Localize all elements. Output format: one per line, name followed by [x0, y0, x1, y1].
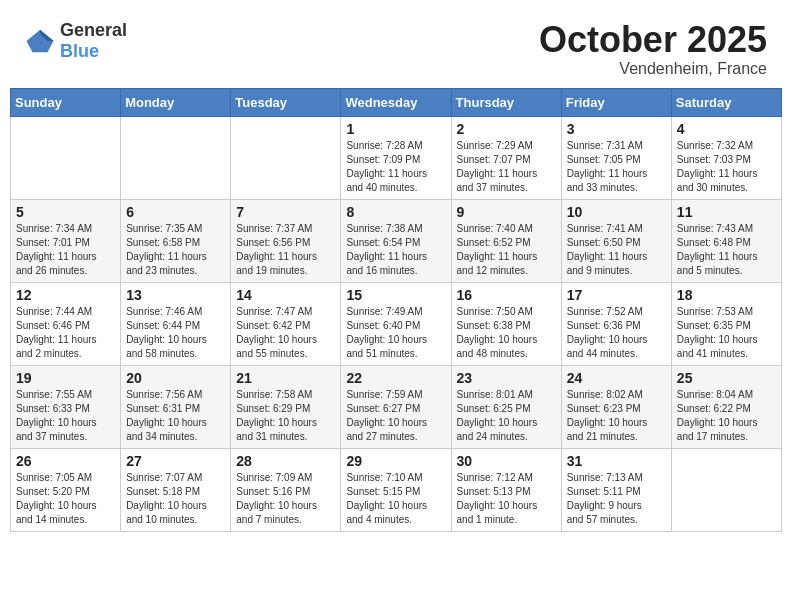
logo-blue: Blue — [60, 41, 99, 61]
calendar-week-row: 26Sunrise: 7:05 AM Sunset: 5:20 PM Dayli… — [11, 448, 782, 531]
calendar-cell: 4Sunrise: 7:32 AM Sunset: 7:03 PM Daylig… — [671, 116, 781, 199]
calendar-cell: 27Sunrise: 7:07 AM Sunset: 5:18 PM Dayli… — [121, 448, 231, 531]
logo-icon — [25, 26, 55, 56]
calendar-week-row: 12Sunrise: 7:44 AM Sunset: 6:46 PM Dayli… — [11, 282, 782, 365]
calendar-cell: 31Sunrise: 7:13 AM Sunset: 5:11 PM Dayli… — [561, 448, 671, 531]
calendar-cell: 30Sunrise: 7:12 AM Sunset: 5:13 PM Dayli… — [451, 448, 561, 531]
day-info: Sunrise: 7:41 AM Sunset: 6:50 PM Dayligh… — [567, 222, 666, 278]
calendar-week-row: 5Sunrise: 7:34 AM Sunset: 7:01 PM Daylig… — [11, 199, 782, 282]
day-number: 15 — [346, 287, 445, 303]
calendar-cell: 8Sunrise: 7:38 AM Sunset: 6:54 PM Daylig… — [341, 199, 451, 282]
calendar-cell: 12Sunrise: 7:44 AM Sunset: 6:46 PM Dayli… — [11, 282, 121, 365]
day-info: Sunrise: 7:52 AM Sunset: 6:36 PM Dayligh… — [567, 305, 666, 361]
calendar-week-row: 19Sunrise: 7:55 AM Sunset: 6:33 PM Dayli… — [11, 365, 782, 448]
calendar-cell: 21Sunrise: 7:58 AM Sunset: 6:29 PM Dayli… — [231, 365, 341, 448]
page-header: General Blue October 2025 Vendenheim, Fr… — [10, 10, 782, 83]
day-info: Sunrise: 8:01 AM Sunset: 6:25 PM Dayligh… — [457, 388, 556, 444]
day-number: 5 — [16, 204, 115, 220]
day-info: Sunrise: 7:29 AM Sunset: 7:07 PM Dayligh… — [457, 139, 556, 195]
weekday-header: Sunday — [11, 88, 121, 116]
day-info: Sunrise: 8:02 AM Sunset: 6:23 PM Dayligh… — [567, 388, 666, 444]
day-info: Sunrise: 7:34 AM Sunset: 7:01 PM Dayligh… — [16, 222, 115, 278]
day-info: Sunrise: 7:13 AM Sunset: 5:11 PM Dayligh… — [567, 471, 666, 527]
day-number: 6 — [126, 204, 225, 220]
day-info: Sunrise: 7:10 AM Sunset: 5:15 PM Dayligh… — [346, 471, 445, 527]
calendar-cell: 14Sunrise: 7:47 AM Sunset: 6:42 PM Dayli… — [231, 282, 341, 365]
day-info: Sunrise: 7:07 AM Sunset: 5:18 PM Dayligh… — [126, 471, 225, 527]
calendar-cell — [11, 116, 121, 199]
day-info: Sunrise: 7:05 AM Sunset: 5:20 PM Dayligh… — [16, 471, 115, 527]
day-number: 2 — [457, 121, 556, 137]
day-number: 14 — [236, 287, 335, 303]
day-number: 13 — [126, 287, 225, 303]
day-number: 20 — [126, 370, 225, 386]
calendar-cell — [231, 116, 341, 199]
calendar-cell: 9Sunrise: 7:40 AM Sunset: 6:52 PM Daylig… — [451, 199, 561, 282]
weekday-header: Saturday — [671, 88, 781, 116]
calendar-cell: 16Sunrise: 7:50 AM Sunset: 6:38 PM Dayli… — [451, 282, 561, 365]
day-number: 23 — [457, 370, 556, 386]
day-number: 7 — [236, 204, 335, 220]
weekday-header: Friday — [561, 88, 671, 116]
calendar-cell: 20Sunrise: 7:56 AM Sunset: 6:31 PM Dayli… — [121, 365, 231, 448]
day-number: 24 — [567, 370, 666, 386]
weekday-header: Thursday — [451, 88, 561, 116]
day-info: Sunrise: 7:28 AM Sunset: 7:09 PM Dayligh… — [346, 139, 445, 195]
day-info: Sunrise: 7:38 AM Sunset: 6:54 PM Dayligh… — [346, 222, 445, 278]
calendar-cell: 15Sunrise: 7:49 AM Sunset: 6:40 PM Dayli… — [341, 282, 451, 365]
day-number: 12 — [16, 287, 115, 303]
day-info: Sunrise: 7:40 AM Sunset: 6:52 PM Dayligh… — [457, 222, 556, 278]
calendar-cell: 26Sunrise: 7:05 AM Sunset: 5:20 PM Dayli… — [11, 448, 121, 531]
calendar-cell: 29Sunrise: 7:10 AM Sunset: 5:15 PM Dayli… — [341, 448, 451, 531]
day-info: Sunrise: 7:49 AM Sunset: 6:40 PM Dayligh… — [346, 305, 445, 361]
calendar-cell: 11Sunrise: 7:43 AM Sunset: 6:48 PM Dayli… — [671, 199, 781, 282]
day-number: 18 — [677, 287, 776, 303]
day-number: 8 — [346, 204, 445, 220]
day-info: Sunrise: 7:47 AM Sunset: 6:42 PM Dayligh… — [236, 305, 335, 361]
day-number: 28 — [236, 453, 335, 469]
calendar-cell: 22Sunrise: 7:59 AM Sunset: 6:27 PM Dayli… — [341, 365, 451, 448]
day-info: Sunrise: 7:37 AM Sunset: 6:56 PM Dayligh… — [236, 222, 335, 278]
day-info: Sunrise: 7:46 AM Sunset: 6:44 PM Dayligh… — [126, 305, 225, 361]
day-number: 29 — [346, 453, 445, 469]
day-number: 9 — [457, 204, 556, 220]
month-title: October 2025 — [539, 20, 767, 60]
location-title: Vendenheim, France — [539, 60, 767, 78]
calendar-cell — [121, 116, 231, 199]
calendar-table: SundayMondayTuesdayWednesdayThursdayFrid… — [10, 88, 782, 532]
calendar-cell: 24Sunrise: 8:02 AM Sunset: 6:23 PM Dayli… — [561, 365, 671, 448]
day-number: 22 — [346, 370, 445, 386]
day-number: 3 — [567, 121, 666, 137]
calendar-cell: 28Sunrise: 7:09 AM Sunset: 5:16 PM Dayli… — [231, 448, 341, 531]
day-number: 25 — [677, 370, 776, 386]
calendar-cell: 2Sunrise: 7:29 AM Sunset: 7:07 PM Daylig… — [451, 116, 561, 199]
day-info: Sunrise: 7:09 AM Sunset: 5:16 PM Dayligh… — [236, 471, 335, 527]
day-info: Sunrise: 7:55 AM Sunset: 6:33 PM Dayligh… — [16, 388, 115, 444]
day-number: 31 — [567, 453, 666, 469]
day-info: Sunrise: 8:04 AM Sunset: 6:22 PM Dayligh… — [677, 388, 776, 444]
weekday-header: Tuesday — [231, 88, 341, 116]
weekday-header-row: SundayMondayTuesdayWednesdayThursdayFrid… — [11, 88, 782, 116]
day-number: 17 — [567, 287, 666, 303]
day-number: 4 — [677, 121, 776, 137]
day-info: Sunrise: 7:32 AM Sunset: 7:03 PM Dayligh… — [677, 139, 776, 195]
title-block: October 2025 Vendenheim, France — [539, 20, 767, 78]
day-number: 10 — [567, 204, 666, 220]
day-number: 11 — [677, 204, 776, 220]
day-info: Sunrise: 7:35 AM Sunset: 6:58 PM Dayligh… — [126, 222, 225, 278]
calendar-cell: 23Sunrise: 8:01 AM Sunset: 6:25 PM Dayli… — [451, 365, 561, 448]
day-info: Sunrise: 7:58 AM Sunset: 6:29 PM Dayligh… — [236, 388, 335, 444]
day-number: 16 — [457, 287, 556, 303]
day-info: Sunrise: 7:43 AM Sunset: 6:48 PM Dayligh… — [677, 222, 776, 278]
day-number: 30 — [457, 453, 556, 469]
day-number: 27 — [126, 453, 225, 469]
calendar-cell: 17Sunrise: 7:52 AM Sunset: 6:36 PM Dayli… — [561, 282, 671, 365]
calendar-cell: 3Sunrise: 7:31 AM Sunset: 7:05 PM Daylig… — [561, 116, 671, 199]
day-info: Sunrise: 7:31 AM Sunset: 7:05 PM Dayligh… — [567, 139, 666, 195]
calendar-cell: 18Sunrise: 7:53 AM Sunset: 6:35 PM Dayli… — [671, 282, 781, 365]
calendar-cell: 1Sunrise: 7:28 AM Sunset: 7:09 PM Daylig… — [341, 116, 451, 199]
weekday-header: Monday — [121, 88, 231, 116]
day-number: 1 — [346, 121, 445, 137]
calendar-cell: 25Sunrise: 8:04 AM Sunset: 6:22 PM Dayli… — [671, 365, 781, 448]
calendar-cell: 13Sunrise: 7:46 AM Sunset: 6:44 PM Dayli… — [121, 282, 231, 365]
